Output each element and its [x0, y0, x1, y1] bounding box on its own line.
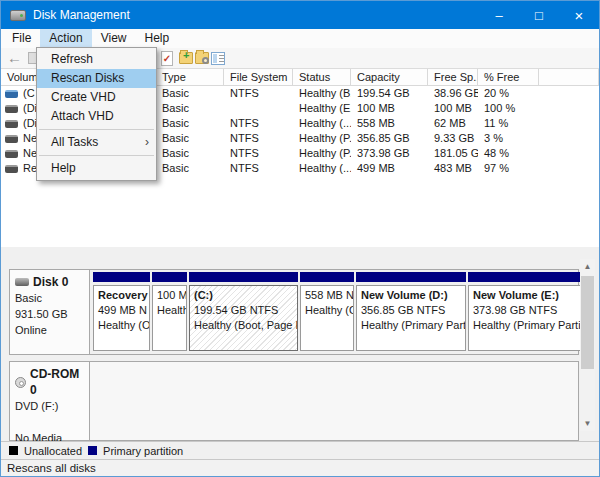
scroll-down-icon[interactable]: ▼	[580, 416, 595, 431]
disk-management-app-icon	[10, 10, 26, 21]
primary-partition-bar	[300, 272, 354, 282]
close-button[interactable]: ×	[559, 1, 599, 29]
partition-c[interactable]: (C:) 199.54 GB NTFS Healthy (Boot, Page …	[189, 272, 298, 352]
disk0-status: Online	[15, 322, 89, 338]
magnifier-icon	[202, 57, 209, 64]
primary-partition-bar	[189, 272, 298, 282]
menu-item-create-vhd[interactable]: Create VHD	[37, 88, 156, 107]
title-bar: Disk Management – □ ×	[1, 1, 599, 29]
cdrom-group: CD-ROM 0 DVD (F:) No Media	[9, 361, 579, 441]
column-capacity[interactable]: Capacity	[351, 69, 428, 85]
menu-file[interactable]: File	[3, 29, 40, 48]
properties-check-icon[interactable]: ✓	[161, 51, 173, 66]
scroll-up-icon[interactable]: ▲	[580, 259, 595, 274]
volume-icon	[5, 120, 18, 128]
maximize-button[interactable]: □	[519, 1, 559, 29]
pane-splitter[interactable]	[1, 247, 599, 259]
scrollbar-thumb[interactable]	[581, 276, 594, 369]
submenu-arrow-icon: ›	[145, 133, 149, 152]
primary-partition-bar	[468, 272, 581, 282]
menu-view[interactable]: View	[92, 29, 136, 48]
legend-primary-partition: Primary partition	[103, 445, 183, 457]
menu-separator	[39, 129, 154, 130]
menu-item-attach-vhd[interactable]: Attach VHD	[37, 107, 156, 126]
back-arrow-icon[interactable]: ←	[7, 49, 22, 66]
menu-item-all-tasks[interactable]: All Tasks ›	[37, 133, 156, 152]
column-empty	[539, 69, 599, 85]
primary-partition-bar	[93, 272, 150, 282]
disk0-partitions: Recovery 499 MB N Healthy (O 100 M Healt…	[91, 270, 578, 354]
disk-management-window: Disk Management – □ × File Action View H…	[0, 0, 600, 477]
column-free-space[interactable]: Free Sp...	[428, 69, 478, 85]
partition-efi[interactable]: 100 M Health	[152, 272, 187, 352]
column-status[interactable]: Status	[293, 69, 351, 85]
volume-icon	[5, 90, 18, 98]
cd-icon	[15, 377, 26, 388]
primary-partition-bar	[356, 272, 466, 282]
vertical-scrollbar[interactable]: ▲ ▼	[580, 259, 595, 431]
status-text: Rescans all disks	[7, 462, 96, 474]
disk0-label[interactable]: Disk 0 Basic 931.50 GB Online	[10, 270, 90, 354]
disk0-group: Disk 0 Basic 931.50 GB Online Recovery 4…	[9, 269, 579, 355]
action-menu-dropdown: Refresh Rescan Disks Create VHD Attach V…	[36, 47, 157, 181]
menu-help[interactable]: Help	[136, 29, 179, 48]
volume-icon	[5, 165, 18, 173]
menu-bar: File Action View Help	[1, 29, 599, 48]
primary-partition-bar	[152, 272, 187, 282]
column-file-system[interactable]: File System	[224, 69, 293, 85]
disk0-type: Basic	[15, 290, 89, 306]
volume-icon	[5, 105, 18, 113]
primary-partition-swatch	[88, 446, 97, 455]
cdrom-drive: DVD (F:)	[15, 398, 89, 414]
volume-icon	[5, 150, 18, 158]
menu-item-rescan-disks[interactable]: Rescan Disks	[37, 69, 156, 88]
search-folder-icon[interactable]	[195, 52, 209, 64]
partition-d[interactable]: New Volume (D:) 356.85 GB NTFS Healthy (…	[356, 272, 466, 352]
status-bar: Rescans all disks	[1, 459, 599, 477]
window-title: Disk Management	[33, 8, 479, 22]
column-pct-free[interactable]: % Free	[478, 69, 539, 85]
partition-e[interactable]: New Volume (E:) 373.98 GB NTFS Healthy (…	[468, 272, 581, 352]
cdrom-label[interactable]: CD-ROM 0 DVD (F:) No Media	[10, 362, 90, 440]
disk-icon	[15, 278, 29, 286]
details-view-icon[interactable]	[211, 52, 225, 65]
menu-item-refresh[interactable]: Refresh	[37, 50, 156, 69]
disk0-size: 931.50 GB	[15, 306, 89, 322]
unallocated-swatch	[9, 446, 18, 455]
menu-separator	[39, 155, 154, 156]
column-type[interactable]: Type	[156, 69, 224, 85]
partition-recovery[interactable]: Recovery 499 MB N Healthy (O	[93, 272, 150, 352]
volume-icon	[5, 135, 18, 143]
menu-item-help[interactable]: Help	[37, 159, 156, 178]
minimize-button[interactable]: –	[479, 1, 519, 29]
legend-bar: Unallocated Primary partition	[1, 441, 599, 459]
partition-558mb[interactable]: 558 MB N Healthy (O	[300, 272, 354, 352]
legend-unallocated: Unallocated	[24, 445, 82, 457]
menu-action[interactable]: Action	[40, 29, 91, 48]
add-folder-icon[interactable]: +	[179, 52, 193, 64]
graphical-view-pane: Disk 0 Basic 931.50 GB Online Recovery 4…	[1, 259, 599, 441]
